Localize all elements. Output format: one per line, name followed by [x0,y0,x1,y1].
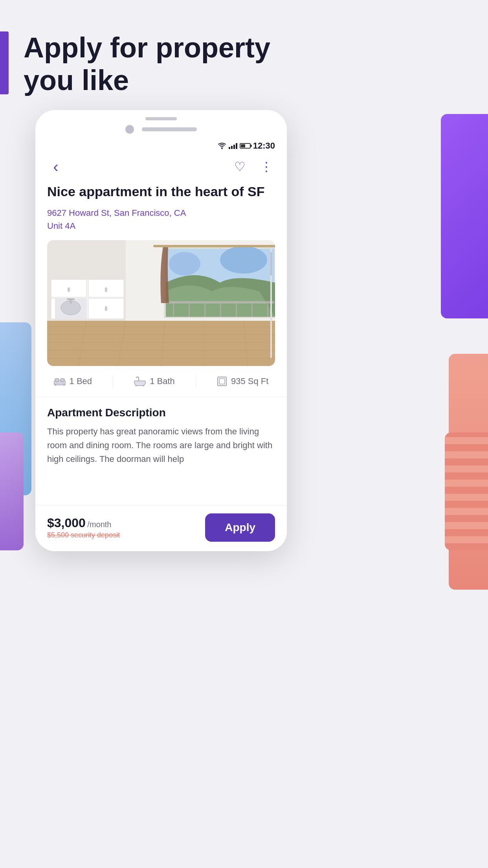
page-title: Apply for property you like [24,31,464,97]
phone-earpiece [142,127,197,131]
price-deposit: $5,500 security deposit [47,531,120,539]
status-icons: 12:30 [218,141,275,151]
price-section: $3,000 /month $5,500 security deposit [47,516,120,539]
sqft-stat: 935 Sq Ft [217,376,268,386]
property-address: 9627 Howard St, San Francisco, CA Unit 4… [47,206,275,232]
wifi-icon [218,142,226,149]
svg-rect-27 [189,301,190,317]
svg-rect-54 [219,379,225,384]
bg-accent-purple-left [0,432,24,550]
nav-actions [231,158,275,175]
svg-rect-11 [105,287,107,292]
property-image [47,240,275,366]
svg-rect-33 [153,245,275,247]
svg-point-24 [220,246,267,274]
svg-rect-30 [236,301,237,317]
bg-stripes-right [445,432,488,550]
description-section: Apartment Description This property has … [35,397,287,506]
svg-rect-47 [55,379,59,382]
svg-rect-26 [173,301,174,317]
price-amount: $3,000 [47,516,86,530]
phone-top-hardware [35,110,287,138]
bed-count: 1 Bed [70,376,92,386]
price-display: $3,000 /month [47,516,120,530]
bath-count: 1 Bath [150,376,175,386]
heart-icon [234,159,246,174]
svg-rect-49 [55,384,56,386]
more-icon [260,159,273,174]
svg-point-0 [221,147,223,149]
address-line2: Unit 4A [47,219,275,232]
scroll-indicator[interactable] [270,248,272,358]
svg-rect-17 [67,298,75,300]
description-title: Apartment Description [47,406,275,419]
svg-point-23 [169,252,200,276]
more-button[interactable] [258,158,275,175]
stat-divider-1 [113,375,113,387]
property-info: Nice appartment in the heart of SF 9627 … [35,183,287,240]
svg-rect-48 [61,379,64,382]
bg-accent-right [441,114,488,318]
room-illustration [47,240,275,366]
back-icon [53,158,58,176]
svg-rect-50 [63,384,65,386]
phone-camera-row [125,125,197,134]
description-text: This property has great panoramic views … [47,425,275,466]
bed-icon [54,377,66,386]
status-time: 12:30 [253,141,275,151]
svg-rect-29 [220,301,221,317]
svg-rect-31 [251,301,253,317]
phone-mockup: 12:30 Nice appartment in the heart of SF… [35,110,287,551]
svg-rect-28 [204,301,205,317]
bottom-bar: $3,000 /month $5,500 security deposit Ap… [35,505,287,551]
bed-stat: 1 Bed [54,376,92,386]
price-period: /month [87,520,111,529]
bg-accent-left [0,31,9,94]
page-header: Apply for property you like [24,31,464,97]
back-button[interactable] [47,158,64,175]
apply-button[interactable]: Apply [205,513,275,542]
property-stats: 1 Bed 1 Bath 935 Sq Ft [35,366,287,397]
scroll-thumb [270,252,272,276]
sqft-icon [217,376,227,386]
svg-rect-10 [68,287,70,292]
app-navbar [35,154,287,183]
address-line1: 9627 Howard St, San Francisco, CA [47,206,275,219]
status-bar: 12:30 [35,138,287,154]
svg-rect-32 [267,301,268,317]
stat-divider-2 [196,375,196,387]
phone-camera [125,125,134,134]
signal-icon [229,143,237,149]
battery-icon [240,143,251,149]
svg-rect-13 [105,306,107,311]
property-title: Nice appartment in the heart of SF [47,183,275,200]
sqft-count: 935 Sq Ft [231,376,268,386]
bath-icon [134,376,146,386]
favorite-button[interactable] [231,158,248,175]
phone-speaker [145,117,177,120]
bath-stat: 1 Bath [134,376,175,386]
